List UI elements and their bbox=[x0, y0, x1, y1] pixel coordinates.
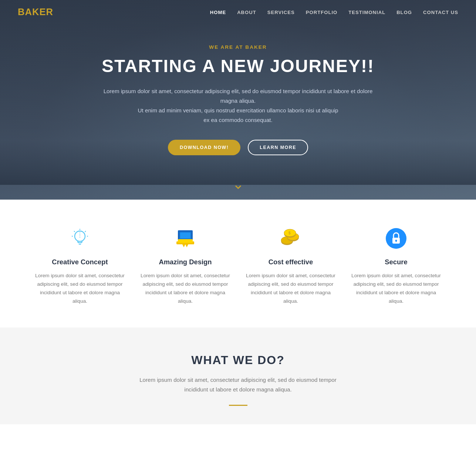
feature-title-secure: Secure bbox=[351, 258, 442, 266]
features-section: Creative Concept Lorem ipsum dolor sit a… bbox=[0, 200, 476, 327]
logo[interactable]: BAKER bbox=[18, 7, 53, 17]
feature-desc-design: Lorem ipsum dolor sit amet, consectetur … bbox=[140, 271, 231, 305]
feature-icon-lock bbox=[383, 225, 409, 251]
svg-rect-29 bbox=[396, 241, 396, 242]
hero-section: WE ARE AT BAKER STARTING A NEW JOURNEY!!… bbox=[0, 0, 476, 200]
feature-desc-secure: Lorem ipsum dolor sit amet, consectetur … bbox=[351, 271, 442, 305]
svg-line-4 bbox=[74, 231, 75, 232]
feature-icon-design bbox=[172, 225, 198, 251]
what-we-do-section: WHAT WE DO? Lorem ipsum dolor sit amet, … bbox=[0, 327, 476, 424]
nav-link-portfolio[interactable]: PORTFOLIO bbox=[306, 10, 337, 15]
nav-link-testimonial[interactable]: TESTIMONIAL bbox=[348, 10, 385, 15]
svg-rect-11 bbox=[180, 232, 190, 238]
hero-content: WE ARE AT BAKER STARTING A NEW JOURNEY!!… bbox=[90, 44, 386, 155]
lightbulb-icon bbox=[69, 227, 91, 250]
nav-item-about[interactable]: ABOUT bbox=[237, 9, 256, 16]
nav-item-blog[interactable]: BLOG bbox=[396, 9, 412, 16]
hero-description: Lorem ipsum dolor sit amet, consectetur … bbox=[98, 86, 379, 125]
svg-marker-15 bbox=[185, 244, 188, 247]
hero-subtitle: WE ARE AT BAKER bbox=[98, 44, 379, 50]
hero-desc-line2: Ut enim ad minim veniam, quis nostrud ex… bbox=[138, 107, 338, 113]
hero-desc-line3: ex ea commodo consequat. bbox=[203, 117, 273, 123]
feature-title-cost: Cost effective bbox=[246, 258, 336, 266]
feature-title-creative: Creative Concept bbox=[35, 258, 125, 266]
hero-desc-line1: Lorem ipsum dolor sit amet, consectetur … bbox=[104, 88, 373, 104]
nav-link-home[interactable]: HOME bbox=[210, 10, 226, 15]
scroll-down-chevron[interactable] bbox=[233, 182, 243, 194]
feature-icon-coins: $ bbox=[278, 225, 304, 251]
feature-desc-cost: Lorem ipsum dolor sit amet, consectetur … bbox=[246, 271, 336, 305]
nav-link-about[interactable]: ABOUT bbox=[237, 10, 256, 15]
design-icon bbox=[174, 227, 196, 250]
nav-item-home[interactable]: HOME bbox=[210, 9, 226, 16]
nav-link-services[interactable]: SERVICES bbox=[267, 10, 295, 15]
svg-line-5 bbox=[85, 231, 86, 232]
feature-icon-lightbulb bbox=[67, 225, 93, 251]
navbar: BAKER HOME ABOUT SERVICES PORTFOLIO TEST… bbox=[0, 0, 476, 24]
nav-links: HOME ABOUT SERVICES PORTFOLIO TESTIMONIA… bbox=[210, 9, 458, 16]
svg-rect-13 bbox=[178, 239, 193, 243]
nav-link-contact[interactable]: CONTACT US bbox=[423, 10, 458, 15]
feature-desc-creative: Lorem ipsum dolor sit amet, consectetur … bbox=[35, 271, 125, 305]
svg-text:$: $ bbox=[288, 231, 291, 235]
feature-title-design: Amazing Design bbox=[140, 258, 231, 266]
feature-cost-effective: $ Cost effective Lorem ipsum dolor sit a… bbox=[246, 225, 336, 305]
hero-buttons: DOWNLOAD NOW! LEARN MORE bbox=[98, 140, 379, 155]
learn-more-button[interactable]: LEARN MORE bbox=[248, 140, 308, 155]
coins-icon: $ bbox=[279, 227, 303, 250]
nav-item-testimonial[interactable]: TESTIMONIAL bbox=[348, 9, 385, 16]
gold-divider bbox=[229, 405, 247, 406]
nav-item-services[interactable]: SERVICES bbox=[267, 9, 295, 16]
lock-icon bbox=[385, 227, 407, 250]
what-we-do-description: Lorem ipsum dolor sit amet, consectetur … bbox=[135, 375, 342, 394]
logo-ker: KER bbox=[32, 7, 53, 17]
download-button[interactable]: DOWNLOAD NOW! bbox=[168, 140, 240, 155]
what-we-do-title: WHAT WE DO? bbox=[15, 353, 461, 367]
chevron-down-icon bbox=[233, 182, 243, 192]
feature-secure: Secure Lorem ipsum dolor sit amet, conse… bbox=[351, 225, 442, 305]
nav-link-blog[interactable]: BLOG bbox=[396, 10, 412, 15]
hero-title: STARTING A NEW JOURNEY!! bbox=[98, 57, 379, 76]
feature-amazing-design: Amazing Design Lorem ipsum dolor sit ame… bbox=[140, 225, 231, 305]
feature-creative-concept: Creative Concept Lorem ipsum dolor sit a… bbox=[35, 225, 125, 305]
nav-item-contact[interactable]: CONTACT US bbox=[423, 9, 458, 16]
logo-ba: BA bbox=[18, 7, 32, 17]
nav-item-portfolio[interactable]: PORTFOLIO bbox=[306, 9, 337, 16]
svg-marker-14 bbox=[182, 244, 185, 247]
features-grid: Creative Concept Lorem ipsum dolor sit a… bbox=[35, 225, 442, 305]
